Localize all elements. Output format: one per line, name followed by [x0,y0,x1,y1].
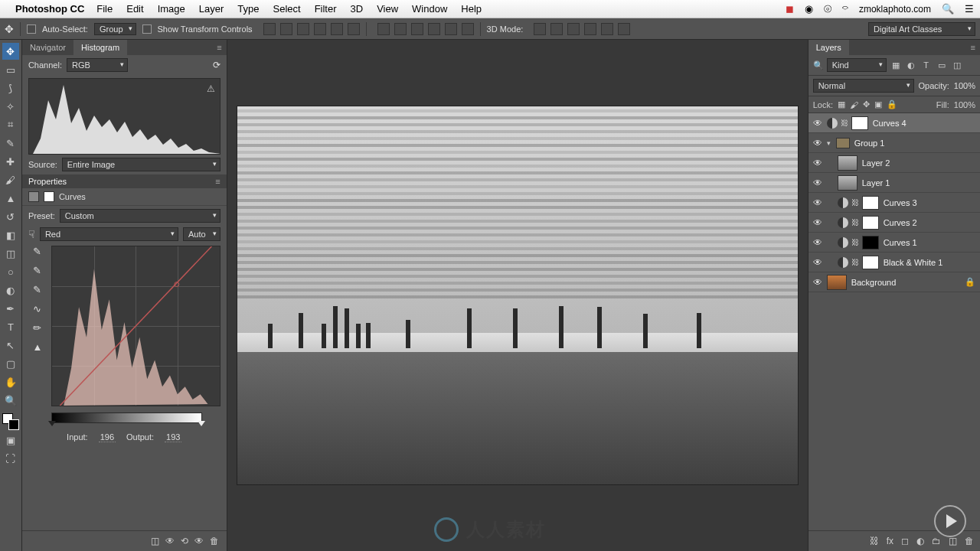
trash-icon[interactable]: 🗑 [965,536,974,546]
stamp-tool[interactable]: ▲ [2,190,19,207]
heal-tool[interactable]: ✚ [2,153,19,170]
opacity-value[interactable]: 100% [954,81,975,90]
view-previous-icon[interactable]: 👁 [165,536,175,546]
group-icon[interactable]: 🗀 [932,536,941,546]
link-icon[interactable]: ⛓ [851,238,859,246]
fx-icon[interactable]: fx [887,536,893,546]
layer-row[interactable]: 👁Background🔒 [808,272,980,292]
layer-row[interactable]: 👁⛓Curves 4 [808,113,980,133]
lock-transparent-icon[interactable]: ▦ [838,99,845,109]
align-icon[interactable] [348,23,360,35]
hand-target-icon[interactable]: ☟ [28,228,35,240]
eyedropper-white-icon[interactable]: ✎ [33,284,41,295]
screenmode-tool[interactable]: ⛶ [2,450,19,467]
tray-icon-2[interactable]: ◉ [805,3,813,15]
visibility-icon[interactable]: 👁 [808,277,827,288]
eraser-tool[interactable]: ◧ [2,227,19,243]
output-value[interactable]: 193 [165,432,181,442]
align-icon[interactable] [331,23,343,35]
blend-mode-dropdown[interactable]: Normal [813,79,914,93]
color-swatch[interactable] [2,413,19,430]
align-icon[interactable] [314,23,326,35]
toggle-visibility-icon[interactable]: 👁 [194,536,204,546]
align-icon[interactable] [297,23,309,35]
lasso-tool[interactable]: ⟆ [2,80,19,96]
filter-smart-icon[interactable]: ◫ [951,59,963,71]
3d-icon[interactable] [584,23,596,35]
lock-artboard-icon[interactable]: ▣ [874,99,882,109]
app-name[interactable]: Photoshop CC [15,3,84,15]
new-layer-icon[interactable]: ◫ [949,536,957,546]
site-label[interactable]: zmoklaphoto.com [859,4,931,15]
filter-type-icon[interactable]: T [920,59,933,71]
expand-icon[interactable]: ▾ [827,139,836,147]
visibility-icon[interactable]: 👁 [808,138,827,148]
menu-type[interactable]: Type [237,3,259,15]
layer-row[interactable]: 👁⛓Curves 2 [808,213,980,233]
tab-layers[interactable]: Layers [808,40,849,55]
layer-name[interactable]: Layer 1 [862,178,890,187]
menu-image[interactable]: Image [158,3,185,15]
eyedropper-black-icon[interactable]: ✎ [33,246,41,257]
auto-select-dropdown[interactable]: Group [94,23,136,35]
smooth-icon[interactable]: ▲ [32,341,42,353]
3d-icon[interactable] [534,23,546,35]
input-value[interactable]: 196 [99,432,116,442]
brush-tool[interactable]: 🖌 [2,171,19,188]
menu-window[interactable]: Window [412,3,447,15]
tab-histogram[interactable]: Histogram [74,40,127,55]
layer-mask[interactable] [851,116,868,130]
dist-icon[interactable] [411,23,423,35]
reset-icon[interactable]: ⟲ [181,536,188,546]
blur-tool[interactable]: ○ [2,263,19,280]
visibility-icon[interactable]: 👁 [808,118,827,129]
layer-name[interactable]: Curves 1 [884,238,917,247]
layer-row[interactable]: 👁⛓Black & White 1 [808,253,980,272]
lock-position-icon[interactable]: ✥ [863,99,870,109]
link-icon[interactable]: ⛓ [851,258,859,266]
curves-graph[interactable] [51,246,220,406]
dist-icon[interactable] [445,23,457,35]
tab-navigator[interactable]: Navigator [22,40,74,55]
fill-value[interactable]: 100% [954,100,975,109]
layer-row[interactable]: 👁⛓Curves 3 [808,193,980,213]
quickmask-tool[interactable]: ▣ [2,432,19,448]
3d-icon[interactable] [567,23,580,35]
visibility-icon[interactable]: 👁 [808,197,827,208]
menu-view[interactable]: View [377,3,398,15]
hand-tool[interactable]: ✋ [2,373,19,390]
visibility-icon[interactable]: 👁 [808,257,827,268]
layer-row[interactable]: 👁Layer 1 [808,173,980,193]
menu-edit[interactable]: Edit [126,3,143,15]
visibility-icon[interactable]: 👁 [808,178,827,188]
lock-paint-icon[interactable]: 🖌 [850,100,858,109]
layer-mask[interactable] [862,256,879,269]
filter-kind-dropdown[interactable]: Kind [827,58,887,72]
link-layers-icon[interactable]: ⛓ [870,536,879,546]
dist-icon[interactable] [428,23,440,35]
visibility-icon[interactable]: 👁 [808,158,827,168]
type-tool[interactable]: T [2,318,19,335]
eyedropper-tool[interactable]: ✎ [2,135,19,152]
move-tool-icon[interactable]: ✥ [5,23,14,35]
zoom-tool[interactable]: 🔍 [2,392,19,409]
wand-tool[interactable]: ✧ [2,98,19,115]
panel-menu-icon[interactable]: ≡ [212,40,226,55]
trash-icon[interactable]: 🗑 [210,536,219,546]
lock-icon[interactable]: 🔒 [965,277,975,287]
layer-name[interactable]: Black & White 1 [884,258,943,267]
layer-row[interactable]: 👁▾Group 1 [808,133,980,153]
link-icon[interactable]: ⛓ [851,198,859,207]
crop-tool[interactable]: ⌗ [2,116,19,133]
3d-icon[interactable] [550,23,563,35]
filter-adjust-icon[interactable]: ◐ [905,59,917,71]
align-icon[interactable] [280,23,292,35]
link-icon[interactable]: ⛓ [841,119,848,127]
layer-thumb[interactable] [838,175,858,191]
move-tool[interactable]: ✥ [2,43,19,60]
link-icon[interactable]: ⛓ [851,218,859,227]
layer-name[interactable]: Curves 4 [873,119,906,128]
tray-icon-1[interactable]: ◼ [786,3,794,15]
mask-icon[interactable] [44,191,54,202]
dist-icon[interactable] [377,23,390,35]
